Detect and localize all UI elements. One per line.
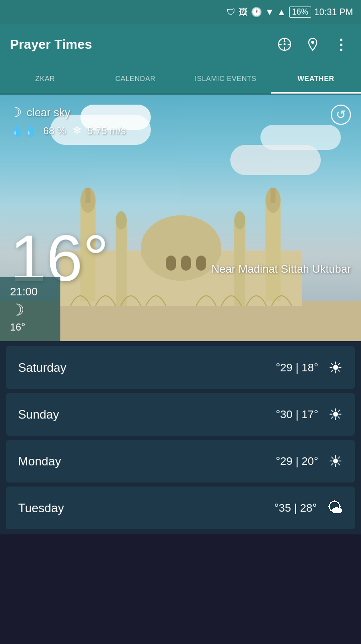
temp-range: °30 | 17° [276,408,318,421]
humidity-text: 68 % [43,125,66,137]
signal-icon: ▲ [277,7,286,18]
temp-range: °29 | 18° [276,361,318,374]
tab-bar: ZKAR CALENDAR ISLAMIC EVENTS WEATHER [0,64,361,95]
temp-range: °35 | 28° [274,502,317,515]
tab-calendar[interactable]: CALENDAR [91,64,181,94]
location-button[interactable] [303,34,323,54]
weather-hero: ☽ clear sky 💧💧 68 % ❄ 5.75 m/s ↺ 16° Nea… [0,95,361,341]
status-icons: 🛡 🖼 🕐 ▼ ▲ 16% 10:31 PM [227,7,353,18]
weather-icon-sun: ☀ [328,452,343,471]
refresh-button[interactable]: ↺ [331,105,351,125]
svg-point-7 [311,41,314,44]
forecast-temp: 16° [10,321,50,333]
humidity-icon: 💧💧 [10,124,37,137]
forecast-row-tuesday[interactable]: Tuesday °35 | 28° 🌤 [6,487,355,529]
shield-icon: 🛡 [227,7,236,18]
forecast-row-sunday[interactable]: Sunday °30 | 17° ☀ [6,393,355,436]
tab-islamic-events[interactable]: ISLAMIC EVENTS [180,64,271,94]
weather-overlay: ☽ clear sky 💧💧 68 % ❄ 5.75 m/s ↺ 16° Nea… [0,95,361,341]
app-title: Prayer Times [10,37,266,52]
svg-marker-6 [284,39,286,42]
moon-icon: ☽ [10,105,22,120]
menu-button[interactable]: ⋮ [331,34,351,54]
svg-point-1 [284,43,286,45]
image-icon: 🖼 [239,7,248,18]
weather-icon-partly-cloudy: 🌤 [327,499,343,517]
forecast-row-monday[interactable]: Monday °29 | 20° ☀ [6,440,355,482]
wind-icon: ❄ [72,124,81,137]
condition-text: clear sky [27,106,70,119]
tab-weather[interactable]: WEATHER [271,64,362,94]
forecast-row-saturday[interactable]: Saturday °29 | 18° ☀ [6,346,355,389]
wifi-icon: ▼ [265,7,274,18]
temp-range: °29 | 20° [276,455,318,468]
forecast-icon: ☽ [10,300,50,319]
day-label: Sunday [18,408,276,422]
location-text: Near Madinat Sittah Uktubar [211,263,351,276]
status-time: 10:31 PM [314,7,353,18]
compass-button[interactable] [275,34,295,54]
tab-zkar[interactable]: ZKAR [0,64,91,94]
day-label: Monday [18,454,276,468]
wind-text: 5.75 m/s [87,125,126,137]
hourly-forecast: 21:00 ☽ 16° [0,277,60,341]
day-label: Tuesday [18,501,274,515]
forecast-time: 21:00 [10,285,50,298]
battery-text: 16% [289,7,311,18]
day-label: Saturday [18,361,276,375]
forecast-list: Saturday °29 | 18° ☀ Sunday °30 | 17° ☀ … [0,341,361,534]
clock-icon: 🕐 [251,7,262,18]
status-bar: 🛡 🖼 🕐 ▼ ▲ 16% 10:31 PM [0,0,361,24]
weather-condition: ☽ clear sky 💧💧 68 % ❄ 5.75 m/s [10,105,126,137]
weather-icon-sun: ☀ [328,358,343,377]
weather-icon-sun: ☀ [328,405,343,424]
app-header: Prayer Times ⋮ [0,24,361,64]
